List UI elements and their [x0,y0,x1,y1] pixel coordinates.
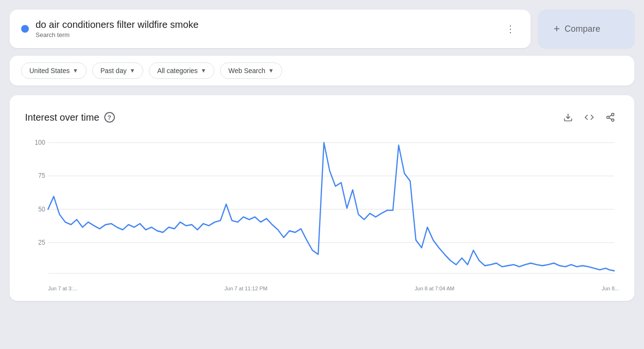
compare-label: Compare [565,24,600,34]
embed-button[interactable] [581,109,598,126]
svg-point-3 [612,119,614,121]
x-label-2: Jun 7 at 11:12 PM [224,286,267,291]
search-term-left: do air conditioners filter wildfire smok… [21,19,198,38]
x-label-3: Jun 8 at 7:04 AM [415,286,455,291]
svg-point-2 [607,116,609,119]
search-term-label: Search term [36,31,198,38]
download-button[interactable] [559,109,577,126]
svg-line-5 [609,115,612,116]
chart-title-area: Interest over time ? [25,112,115,123]
svg-text:50: 50 [38,205,45,212]
search-type-filter-label: Web Search [228,67,265,75]
region-chevron-icon: ▼ [73,67,78,74]
interest-over-time-card: Interest over time ? [10,95,634,301]
help-icon[interactable]: ? [104,112,115,123]
search-term-info: do air conditioners filter wildfire smok… [36,19,198,38]
svg-text:100: 100 [35,139,45,146]
x-label-1: Jun 7 at 3:... [48,286,77,291]
x-axis-labels: Jun 7 at 3:... Jun 7 at 11:12 PM Jun 8 a… [48,286,619,291]
svg-text:25: 25 [38,239,45,246]
filters-row: United States ▼ Past day ▼ All categorie… [10,56,634,86]
svg-line-4 [609,118,612,119]
svg-text:75: 75 [38,172,45,179]
region-filter-label: United States [29,67,70,75]
x-label-4: Jun 8... [602,286,619,291]
share-button[interactable] [602,109,619,126]
embed-icon [584,112,594,122]
time-chevron-icon: ▼ [129,67,135,74]
search-term-title: do air conditioners filter wildfire smok… [36,19,198,30]
search-type-chevron-icon: ▼ [268,67,274,74]
chart-svg: 100 75 50 25 [25,137,619,291]
search-term-card: do air conditioners filter wildfire smok… [10,10,531,48]
category-chevron-icon: ▼ [200,67,206,74]
compare-plus-icon: + [554,23,560,35]
search-term-menu-button[interactable]: ⋮ [502,19,519,38]
chart-header: Interest over time ? [25,109,619,126]
chart-title: Interest over time [25,112,99,123]
chart-area: 100 75 50 25 Jun 7 at 3:... Jun 7 at 11:… [25,137,619,291]
svg-point-1 [612,113,614,116]
category-filter-label: All categories [157,67,198,75]
search-type-filter[interactable]: Web Search ▼ [220,62,282,79]
search-term-dot [21,25,29,33]
time-filter-label: Past day [100,67,126,75]
compare-card[interactable]: + Compare [538,10,634,48]
share-icon [606,112,615,122]
time-filter[interactable]: Past day ▼ [92,62,143,79]
region-filter[interactable]: United States ▼ [21,62,87,79]
category-filter[interactable]: All categories ▼ [149,62,214,79]
download-icon [563,112,573,122]
chart-actions [559,109,619,126]
